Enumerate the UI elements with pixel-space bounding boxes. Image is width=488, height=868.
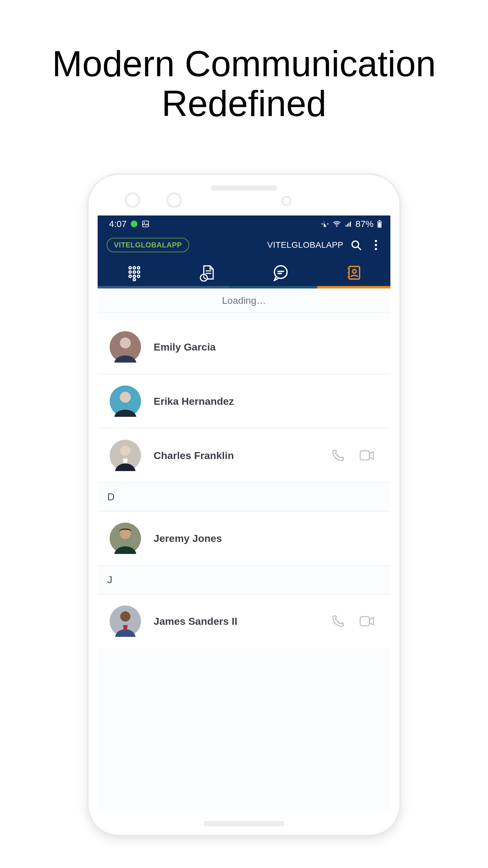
wifi-icon [332,220,341,228]
app-header: VITELGLOBALAPP VITELGLOBALAPP [98,232,390,258]
svg-point-20 [133,271,135,273]
svg-point-24 [137,275,140,277]
chat-icon [272,264,289,281]
battery-icon [377,220,382,228]
battery-text: 87% [355,219,373,229]
svg-point-18 [137,267,140,269]
app-screen: 4:07 87% [98,216,390,812]
svg-point-25 [133,278,135,281]
svg-rect-48 [360,617,369,626]
contacts-list[interactable]: Loading… Emily Garcia Erika Hernandez [98,288,390,648]
video-icon [359,450,375,461]
search-icon [350,239,362,251]
svg-point-22 [129,275,131,277]
person-icon [110,385,141,417]
avatar[interactable] [110,385,141,417]
contact-name: Jeremy Jones [154,532,378,544]
phone-icon [331,614,345,628]
contact-row[interactable]: James Sanders II [98,595,390,648]
vibrate-icon [321,220,329,228]
svg-rect-4 [346,225,347,227]
marketing-line2: Redefined [0,84,488,123]
person-icon [110,606,141,637]
svg-point-42 [120,446,130,456]
avatar[interactable] [110,523,141,554]
contact-row[interactable]: Charles Franklin [98,429,390,483]
status-left: 4:07 [109,219,150,229]
video-icon [359,615,375,627]
phone-earpiece [211,186,277,190]
more-vertical-icon [372,239,380,251]
phone-sensor-icon [281,196,292,206]
search-button[interactable] [349,238,363,252]
tab-chat[interactable] [244,258,317,287]
cellular-icon [345,220,352,227]
marketing-headline: Modern Communication Redefined [0,0,488,123]
svg-point-21 [137,271,140,273]
tab-dialpad[interactable] [98,258,171,287]
status-right: 87% [321,219,382,229]
call-button[interactable] [330,613,346,629]
svg-rect-43 [360,451,369,460]
document-history-icon [199,264,216,281]
contact-name: Emily Garcia [154,341,378,353]
svg-point-14 [375,244,377,246]
person-icon [110,523,141,554]
status-bar: 4:07 87% [98,216,390,232]
svg-rect-10 [378,222,381,227]
dialpad-icon [126,264,143,281]
svg-line-12 [358,247,361,250]
svg-point-29 [274,266,287,278]
person-icon [110,440,141,471]
contact-name: Erika Hernandez [154,396,378,407]
svg-point-16 [129,267,131,269]
more-menu-button[interactable] [369,238,383,252]
section-header: D [98,483,390,512]
tab-history[interactable] [171,258,244,287]
svg-point-23 [133,275,135,277]
avatar[interactable] [110,440,141,471]
tab-bar [98,258,390,288]
phone-camera-icon [166,192,182,208]
svg-point-47 [120,612,130,622]
recording-indicator-icon [131,221,137,227]
section-letter: D [107,491,115,502]
svg-rect-5 [347,224,348,227]
phone-device-frame: 4:07 87% [89,175,399,835]
loading-indicator: Loading… [98,288,390,313]
svg-point-38 [120,338,131,348]
svg-point-13 [375,240,377,242]
video-call-button[interactable] [359,447,375,463]
svg-point-19 [129,271,131,273]
phone-camera-icon [125,192,140,208]
brand-chip[interactable]: VITELGLOBALAPP [107,238,189,252]
contact-row[interactable]: Emily Garcia [98,320,390,375]
svg-point-17 [133,267,135,269]
status-time: 4:07 [109,219,127,229]
avatar[interactable] [110,331,141,363]
phone-icon [331,448,345,462]
person-icon [110,331,141,363]
call-button[interactable] [330,447,346,463]
svg-rect-9 [379,220,381,221]
loading-text: Loading… [222,295,266,306]
contacts-icon [346,264,362,281]
marketing-line1: Modern Communication [0,44,488,84]
section-header: J [98,566,390,595]
picture-icon [141,220,150,228]
svg-point-1 [144,222,145,223]
svg-point-3 [336,226,337,227]
svg-rect-6 [349,223,350,227]
video-call-button[interactable] [359,613,375,629]
phone-home-handle [203,821,285,827]
svg-rect-7 [350,221,351,227]
svg-point-40 [120,392,131,403]
avatar[interactable] [110,606,141,637]
contact-row[interactable]: Erika Hernandez [98,375,390,429]
svg-point-36 [352,270,356,273]
contact-row[interactable]: Jeremy Jones [98,512,390,566]
app-header-title: VITELGLOBALAPP [267,240,344,250]
tab-contacts[interactable] [317,258,390,287]
contact-name: Charles Franklin [154,450,318,461]
tab-active-indicator [317,286,390,288]
